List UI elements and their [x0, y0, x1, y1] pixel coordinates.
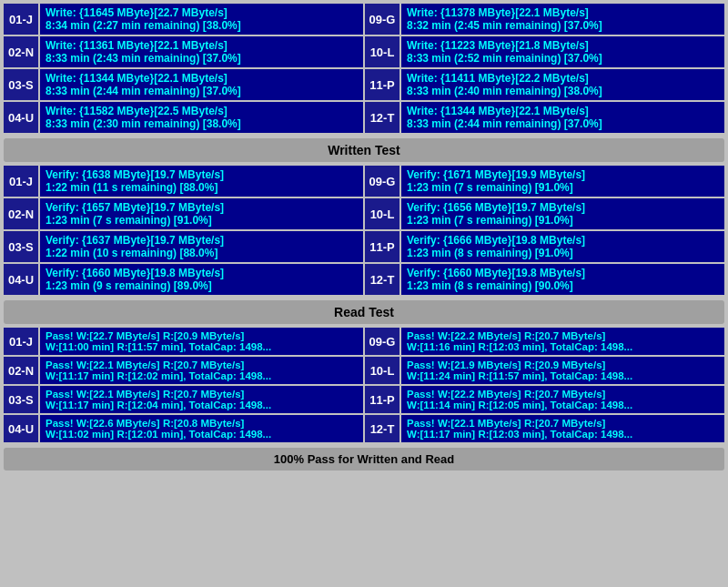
read-data-09g: Pass! W:[22.2 MByte/s] R:[20.7 MByte/s] … — [401, 328, 724, 355]
written-test-header: Written Test — [4, 138, 724, 162]
drive-id-01j-read: 01-J — [4, 328, 38, 355]
read-test-header: Read Test — [4, 300, 724, 324]
verify-line1-04u: Verify: {1660 MByte}[19.8 MByte/s] — [46, 267, 358, 279]
verify-section: 01-J Verify: {1638 MByte}[19.7 MByte/s] … — [4, 166, 724, 297]
read-line2-03s: W:[11:17 min] R:[12:04 min], TotalCap: 1… — [46, 400, 358, 410]
write-line2-04u: 8:33 min (2:30 min remaining) [38.0%] — [46, 117, 358, 130]
drive-id-09g-read: 09-G — [365, 328, 399, 355]
verify-line2-04u: 1:23 min (9 s remaining) [89.0%] — [46, 279, 358, 292]
table-row: 01-J Pass! W:[22.7 MByte/s] R:[20.9 MByt… — [4, 328, 363, 355]
verify-line1-10l: Verify: {1656 MByte}[19.7 MByte/s] — [407, 201, 719, 214]
verify-data-09g: Verify: {1671 MByte}[19.9 MByte/s] 1:23 … — [401, 166, 724, 197]
verify-data-04u: Verify: {1660 MByte}[19.8 MByte/s] 1:23 … — [40, 264, 363, 295]
drive-id-11p-write: 11-P — [365, 69, 399, 100]
table-row: 03-S Write: {11344 MByte}[22.1 MByte/s] … — [4, 69, 363, 100]
drive-id-10l-write: 10-L — [365, 36, 399, 67]
write-data-04u: Write: {11582 MByte}[22.5 MByte/s] 8:33 … — [40, 102, 363, 133]
table-row: 04-U Write: {11582 MByte}[22.5 MByte/s] … — [4, 102, 363, 133]
drive-id-11p-verify: 11-P — [365, 231, 399, 262]
read-line2-02n: W:[11:17 min] R:[12:02 min], TotalCap: 1… — [46, 370, 358, 381]
read-data-01j: Pass! W:[22.7 MByte/s] R:[20.9 MByte/s] … — [40, 328, 363, 355]
table-row: 11-P Pass! W:[22.2 MByte/s] R:[20.7 MByt… — [365, 386, 724, 413]
write-line2-02n: 8:33 min (2:43 min remaining) [37.0%] — [46, 52, 358, 65]
table-row: 03-S Verify: {1637 MByte}[19.7 MByte/s] … — [4, 231, 363, 262]
table-row: 01-J Write: {11645 MByte}[22.7 MByte/s] … — [4, 4, 363, 35]
table-row: 11-P Write: {11411 MByte}[22.2 MByte/s] … — [365, 69, 724, 100]
read-line1-03s: Pass! W:[22.1 MByte/s] R:[20.7 MByte/s] — [46, 389, 358, 400]
read-right-col: 09-G Pass! W:[22.2 MByte/s] R:[20.7 MByt… — [365, 328, 724, 444]
verify-line1-09g: Verify: {1671 MByte}[19.9 MByte/s] — [407, 168, 719, 181]
drive-id-12t-read: 12-T — [365, 415, 399, 442]
verify-line2-10l: 1:23 min (7 s remaining) [91.0%] — [407, 214, 719, 227]
verify-data-01j: Verify: {1638 MByte}[19.7 MByte/s] 1:22 … — [40, 166, 363, 197]
main-container: 01-J Write: {11645 MByte}[22.7 MByte/s] … — [0, 0, 728, 474]
read-line2-11p: W:[11:14 min] R:[12:05 min], TotalCap: 1… — [407, 400, 719, 410]
read-line2-10l: W:[11:24 min] R:[11:57 min], TotalCap: 1… — [407, 370, 719, 381]
table-row: 10-L Verify: {1656 MByte}[19.7 MByte/s] … — [365, 198, 724, 229]
read-data-12t: Pass! W:[22.1 MByte/s] R:[20.7 MByte/s] … — [401, 415, 724, 442]
verify-line2-02n: 1:23 min (7 s remaining) [91.0%] — [46, 214, 358, 227]
drive-id-04u-read: 04-U — [4, 415, 38, 442]
verify-line1-11p: Verify: {1666 MByte}[19.8 MByte/s] — [407, 234, 719, 247]
read-data-11p: Pass! W:[22.2 MByte/s] R:[20.7 MByte/s] … — [401, 386, 724, 413]
read-data-03s: Pass! W:[22.1 MByte/s] R:[20.7 MByte/s] … — [40, 386, 363, 413]
write-data-01j: Write: {11645 MByte}[22.7 MByte/s] 8:34 … — [40, 4, 363, 35]
read-line1-02n: Pass! W:[22.1 MByte/s] R:[20.7 MByte/s] — [46, 359, 358, 370]
drive-id-03s-read: 03-S — [4, 386, 38, 413]
read-data-10l: Pass! W:[21.9 MByte/s] R:[20.9 MByte/s] … — [401, 357, 724, 384]
write-line1-11p: Write: {11411 MByte}[22.2 MByte/s] — [407, 72, 719, 85]
verify-line1-01j: Verify: {1638 MByte}[19.7 MByte/s] — [46, 168, 358, 181]
verify-line1-02n: Verify: {1657 MByte}[19.7 MByte/s] — [46, 201, 358, 214]
write-line1-02n: Write: {11361 MByte}[22.1 MByte/s] — [46, 39, 358, 52]
table-row: 09-G Verify: {1671 MByte}[19.9 MByte/s] … — [365, 166, 724, 197]
read-data-04u: Pass! W:[22.6 MByte/s] R:[20.8 MByte/s] … — [40, 415, 363, 442]
drive-id-02n-write: 02-N — [4, 36, 38, 67]
verify-line2-11p: 1:23 min (8 s remaining) [91.0%] — [407, 247, 719, 259]
write-data-10l: Write: {11223 MByte}[21.8 MByte/s] 8:33 … — [401, 36, 724, 67]
table-row: 11-P Verify: {1666 MByte}[19.8 MByte/s] … — [365, 231, 724, 262]
table-row: 01-J Verify: {1638 MByte}[19.7 MByte/s] … — [4, 166, 363, 197]
verify-line2-01j: 1:22 min (11 s remaining) [88.0%] — [46, 181, 358, 194]
write-line2-12t: 8:33 min (2:44 min remaining) [37.0%] — [407, 117, 719, 130]
drive-id-09g-verify: 09-G — [365, 166, 399, 197]
drive-id-03s-write: 03-S — [4, 69, 38, 100]
drive-id-04u-verify: 04-U — [4, 264, 38, 295]
write-line1-03s: Write: {11344 MByte}[22.1 MByte/s] — [46, 72, 358, 85]
read-left-col: 01-J Pass! W:[22.7 MByte/s] R:[20.9 MByt… — [4, 328, 363, 444]
write-line1-09g: Write: {11378 MByte}[22.1 MByte/s] — [407, 6, 719, 19]
drive-id-03s-verify: 03-S — [4, 231, 38, 262]
table-row: 02-N Write: {11361 MByte}[22.1 MByte/s] … — [4, 36, 363, 67]
verify-line2-09g: 1:23 min (7 s remaining) [91.0%] — [407, 181, 719, 194]
read-grid: 01-J Pass! W:[22.7 MByte/s] R:[20.9 MByt… — [4, 328, 724, 444]
table-row: 04-U Pass! W:[22.6 MByte/s] R:[20.8 MByt… — [4, 415, 363, 442]
write-line1-01j: Write: {11645 MByte}[22.7 MByte/s] — [46, 6, 358, 19]
write-line2-03s: 8:33 min (2:44 min remaining) [37.0%] — [46, 85, 358, 97]
table-row: 12-T Write: {11344 MByte}[22.1 MByte/s] … — [365, 102, 724, 133]
drive-id-02n-verify: 02-N — [4, 198, 38, 229]
drive-id-10l-read: 10-L — [365, 357, 399, 384]
write-line1-10l: Write: {11223 MByte}[21.8 MByte/s] — [407, 39, 719, 52]
write-data-11p: Write: {11411 MByte}[22.2 MByte/s] 8:33 … — [401, 69, 724, 100]
table-row: 03-S Pass! W:[22.1 MByte/s] R:[20.7 MByt… — [4, 386, 363, 413]
write-line2-11p: 8:33 min (2:40 min remaining) [38.0%] — [407, 85, 719, 97]
read-section: 01-J Pass! W:[22.7 MByte/s] R:[20.9 MByt… — [4, 328, 724, 444]
table-row: 09-G Write: {11378 MByte}[22.1 MByte/s] … — [365, 4, 724, 35]
verify-data-12t: Verify: {1660 MByte}[19.8 MByte/s] 1:23 … — [401, 264, 724, 295]
verify-data-02n: Verify: {1657 MByte}[19.7 MByte/s] 1:23 … — [40, 198, 363, 229]
read-line2-12t: W:[11:17 min] R:[12:03 min], TotalCap: 1… — [407, 429, 719, 440]
write-right-col: 09-G Write: {11378 MByte}[22.1 MByte/s] … — [365, 4, 724, 135]
drive-id-09g-write: 09-G — [365, 4, 399, 35]
status-bar: 100% Pass for Written and Read — [4, 448, 724, 471]
write-left-col: 01-J Write: {11645 MByte}[22.7 MByte/s] … — [4, 4, 363, 135]
write-data-03s: Write: {11344 MByte}[22.1 MByte/s] 8:33 … — [40, 69, 363, 100]
table-row: 10-L Write: {11223 MByte}[21.8 MByte/s] … — [365, 36, 724, 67]
write-line1-12t: Write: {11344 MByte}[22.1 MByte/s] — [407, 105, 719, 117]
drive-id-10l-verify: 10-L — [365, 198, 399, 229]
read-line1-11p: Pass! W:[22.2 MByte/s] R:[20.7 MByte/s] — [407, 389, 719, 400]
table-row: 04-U Verify: {1660 MByte}[19.8 MByte/s] … — [4, 264, 363, 295]
drive-id-11p-read: 11-P — [365, 386, 399, 413]
verify-left-col: 01-J Verify: {1638 MByte}[19.7 MByte/s] … — [4, 166, 363, 297]
table-row: 02-N Pass! W:[22.1 MByte/s] R:[20.7 MByt… — [4, 357, 363, 384]
write-line2-09g: 8:32 min (2:45 min remaining) [37.0%] — [407, 19, 719, 32]
drive-id-01j-write: 01-J — [4, 4, 38, 35]
